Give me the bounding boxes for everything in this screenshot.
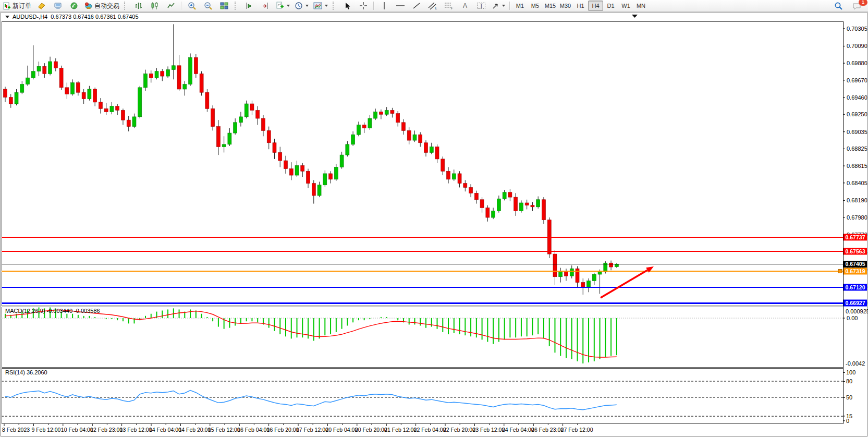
candle-body-bear: [278, 152, 282, 161]
auto-scroll-icon: [245, 2, 253, 10]
auto-scroll-button[interactable]: [241, 0, 257, 11]
zoom-in-button[interactable]: [184, 0, 200, 11]
price-tick-label: 0.70305: [847, 26, 867, 32]
rsi-indicator-label: RSI(14) 36.2060: [5, 369, 47, 375]
candle-body-bull: [492, 211, 495, 217]
timeframe-button-d1[interactable]: D1: [603, 1, 618, 11]
candle-body-bull: [110, 106, 114, 112]
price-tick-label: 0.68405: [847, 180, 867, 186]
chart-title: AUDUSD-,H4 0.67373 0.67416 0.67361 0.674…: [13, 14, 139, 20]
signals-button[interactable]: [66, 0, 82, 11]
indicators-button[interactable]: [274, 0, 292, 11]
candle-body-bull: [222, 144, 226, 147]
templates-button[interactable]: [311, 0, 330, 11]
timeframe-button-m30[interactable]: M30: [558, 1, 573, 11]
candle-body-bull: [20, 84, 24, 93]
candle-body-bear: [267, 130, 271, 142]
candle-body-bear: [43, 66, 46, 74]
candle-body-bear: [273, 143, 276, 153]
toolbar-grip: [124, 2, 129, 10]
candle-body-bull: [295, 165, 299, 175]
candle-body-bull: [239, 117, 242, 123]
periods-caret-icon: [305, 5, 309, 7]
timeframe-button-h1[interactable]: H1: [573, 1, 588, 11]
terminal-button[interactable]: [50, 0, 66, 11]
chart-shift-icon: [261, 2, 270, 10]
timeframe-button-w1[interactable]: W1: [618, 1, 633, 11]
auto-trading-icon: [84, 2, 93, 10]
time-label: 20 Feb 04:00: [325, 427, 358, 433]
price-tick-label: 0.68190: [847, 197, 867, 203]
candle-body-bear: [99, 102, 102, 108]
rsi-pane[interactable]: [2, 368, 843, 423]
price-tick-label: 0.69880: [847, 60, 867, 66]
line-chart-button[interactable]: [163, 0, 179, 11]
timeframe-button-mn[interactable]: MN: [633, 1, 649, 11]
toolbar-separator: [181, 2, 182, 10]
auto-trading-button[interactable]: 自动交易: [82, 0, 121, 11]
bar-chart-button[interactable]: [131, 0, 146, 11]
horizontal-line-icon: [396, 2, 405, 10]
crosshair-button[interactable]: [356, 0, 371, 11]
price-tick-label: 0.69035: [847, 129, 867, 135]
candle-body-bear: [441, 159, 445, 171]
zoom-out-button[interactable]: [200, 0, 216, 11]
signals-icon: [70, 2, 78, 10]
timeframe-button-h4[interactable]: H4: [588, 1, 603, 11]
price-alert-marker[interactable]: [838, 269, 842, 273]
chart-shift-button[interactable]: [258, 0, 273, 11]
timeframe-button-m5[interactable]: M5: [528, 1, 543, 11]
candle-body-bull: [592, 274, 596, 281]
main-chart-pane[interactable]: [2, 21, 843, 306]
timeframe-button-m15[interactable]: M15: [543, 1, 558, 11]
candle-body-bear: [514, 197, 518, 211]
candle-body-bull: [340, 155, 344, 167]
time-label: 17 Feb 12:00: [296, 427, 328, 433]
periods-button[interactable]: [292, 0, 311, 11]
candle-body-bull: [88, 89, 91, 99]
tile-windows-button[interactable]: [216, 0, 232, 11]
vertical-line-button[interactable]: [376, 0, 392, 11]
new-order-label: 新订单: [13, 2, 31, 10]
text-tool-button[interactable]: A: [457, 0, 473, 11]
notifications-button[interactable]: 1: [849, 1, 865, 12]
trendline-button[interactable]: [409, 0, 424, 11]
metaeditor-button[interactable]: [34, 0, 50, 11]
candle-body-bull: [189, 57, 192, 84]
cursor-button[interactable]: [339, 0, 355, 11]
horizontal-line-button[interactable]: [393, 0, 408, 11]
candle-body-bull: [374, 112, 377, 118]
candle-body-bull: [334, 167, 338, 179]
text-label-button[interactable]: T: [473, 0, 489, 11]
chart-canvas[interactable]: 0.703050.700900.698800.696700.694600.692…: [0, 0, 868, 437]
fibonacci-button[interactable]: F: [441, 0, 457, 11]
candlestick-chart-button[interactable]: [147, 0, 163, 11]
window-menu-icon[interactable]: [5, 16, 9, 18]
equidistant-channel-button[interactable]: E: [425, 0, 441, 11]
panel-collapse-arrow-icon[interactable]: [632, 15, 638, 18]
candle-body-bear: [161, 71, 164, 76]
price-line-badge-label: 0.67405: [846, 261, 865, 267]
price-tick-label: 0.70090: [847, 43, 867, 49]
price-tick-label: 0.67980: [847, 214, 867, 221]
arrows-tool-button[interactable]: [490, 0, 507, 11]
new-order-button[interactable]: 新订单: [1, 0, 33, 11]
macd-axis-zero: 0.00: [847, 315, 858, 321]
macd-axis-min: -0.0042: [846, 360, 865, 367]
candle-body-bull: [138, 88, 142, 117]
macd-pane[interactable]: [2, 307, 843, 367]
bar-chart-icon: [135, 2, 143, 10]
candle-body-bear: [553, 254, 557, 277]
candle-body-bear: [531, 205, 534, 207]
candle-body-bear: [121, 110, 125, 120]
svg-text:F: F: [451, 6, 453, 10]
time-label: 22 Feb 04:00: [414, 427, 446, 433]
candle-body-bull: [503, 192, 506, 199]
search-button[interactable]: [830, 1, 846, 12]
candle-body-bull: [71, 83, 75, 94]
candle-body-bull: [15, 92, 18, 104]
main-toolbar: 新订单: [0, 0, 868, 12]
toolbar-grip: [235, 2, 239, 10]
timeframe-button-m1[interactable]: M1: [512, 1, 528, 11]
candle-body-bear: [307, 171, 310, 183]
